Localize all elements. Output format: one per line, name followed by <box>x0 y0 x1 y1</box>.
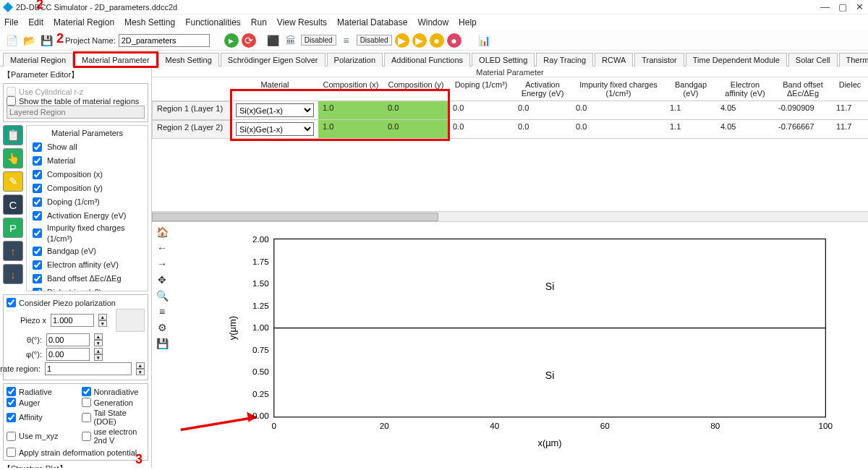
row1-ifc[interactable]: 0.0 <box>571 101 665 120</box>
row2-bg[interactable]: 1.1 <box>665 120 716 139</box>
piezo-x-dn[interactable]: ▾ <box>98 320 107 327</box>
plot-fwd-icon[interactable]: → <box>157 258 167 270</box>
row2-doping[interactable]: 0.0 <box>448 120 514 139</box>
plot-back-icon[interactable]: ← <box>157 242 167 254</box>
param-diex-check[interactable] <box>33 288 42 291</box>
plot-home-icon[interactable]: 🏠 <box>156 226 169 238</box>
sidebtn-hand-icon[interactable]: 👆 <box>3 148 23 168</box>
tab-thermal[interactable]: Thermal <box>839 53 868 67</box>
usemxyz-check[interactable] <box>7 432 16 441</box>
open-icon[interactable]: 📂 <box>22 33 36 48</box>
sub-dn[interactable]: ▾ <box>136 369 145 375</box>
row1-bo[interactable]: -0.090909 <box>774 101 832 120</box>
tail-check[interactable] <box>82 413 91 422</box>
e2ndv-check[interactable] <box>82 432 91 441</box>
project-name-input[interactable] <box>119 34 210 47</box>
theta-up[interactable]: ▴ <box>94 333 103 340</box>
param-doping-check[interactable] <box>33 197 42 207</box>
substrate-input[interactable] <box>45 362 132 375</box>
sidebtn-down-icon[interactable]: ↓ <box>3 264 23 284</box>
plot-save-icon[interactable]: 💾 <box>156 338 169 349</box>
param-compx-check[interactable] <box>33 170 42 179</box>
phi-input[interactable] <box>46 348 90 361</box>
sidebtn-up-icon[interactable]: ↑ <box>3 241 23 261</box>
bank-icon[interactable]: 🏛 <box>284 33 298 48</box>
sidebtn-c-icon[interactable]: C <box>3 195 23 215</box>
play3-icon[interactable]: ● <box>430 33 444 48</box>
row1-compx[interactable]: 1.0 <box>318 101 383 120</box>
tab-ray-tracing[interactable]: Ray Tracing <box>536 53 593 67</box>
piezo-x-up[interactable]: ▴ <box>98 314 107 320</box>
sidebtn-p-icon[interactable]: P <box>3 218 23 238</box>
barchart-icon[interactable]: 📊 <box>477 33 492 48</box>
menu-material-region[interactable]: Material Region <box>54 17 114 27</box>
run-green-icon[interactable]: ▸ <box>224 33 239 48</box>
param-showall-check[interactable] <box>33 142 42 152</box>
menu-functionalities[interactable]: Functionalities <box>185 17 241 27</box>
new-icon[interactable]: 📄 <box>4 33 19 48</box>
row1-die[interactable]: 11.7 <box>832 101 868 120</box>
list-icon[interactable]: ≡ <box>339 33 354 48</box>
affinity-check[interactable] <box>7 413 16 422</box>
play4-icon[interactable]: ● <box>447 33 461 48</box>
menu-mesh-setting[interactable]: Mesh Setting <box>124 17 175 27</box>
tab-oled-setting[interactable]: OLED Setting <box>472 53 535 67</box>
row2-compy[interactable]: 0.0 <box>383 120 448 139</box>
menu-help[interactable]: Help <box>459 17 477 27</box>
row2-ae[interactable]: 0.0 <box>514 120 571 139</box>
sub-up[interactable]: ▴ <box>136 362 145 369</box>
menu-run[interactable]: Run <box>251 17 267 27</box>
play2-icon[interactable]: ▶ <box>412 33 427 48</box>
radiative-check[interactable] <box>7 387 16 396</box>
param-bo-check[interactable] <box>33 274 42 283</box>
tab-polarization[interactable]: Polarization <box>327 53 383 67</box>
piezo-checkbox[interactable] <box>7 298 16 307</box>
param-bandgap-check[interactable] <box>33 247 42 256</box>
row1-bg[interactable]: 1.1 <box>665 101 716 120</box>
strain-check[interactable] <box>7 448 16 457</box>
tab-time-dependent[interactable]: Time Dependent Module <box>686 53 787 67</box>
save-icon[interactable]: 💾 <box>39 33 54 48</box>
plot-sliders-icon[interactable]: ⚙ <box>158 322 167 333</box>
column-icon[interactable]: ⬛ <box>266 33 281 48</box>
disabled-box-1[interactable]: Disabled <box>301 35 336 46</box>
plot-config-icon[interactable]: ≡ <box>159 306 165 317</box>
row2-bo[interactable]: -0.766667 <box>774 120 832 139</box>
row2-material-select[interactable]: Si(x)Ge(1-x) <box>236 122 314 136</box>
sidebtn-copy-icon[interactable]: 📋 <box>3 125 23 145</box>
menu-file[interactable]: File <box>4 17 18 27</box>
param-ifc-check[interactable] <box>33 228 42 238</box>
row2-ifc[interactable]: 0.0 <box>571 120 665 139</box>
auger-check[interactable] <box>7 398 16 407</box>
tab-schrodinger[interactable]: Schrödinger Eigen Solver <box>221 53 326 67</box>
menu-view-results[interactable]: View Results <box>277 17 327 27</box>
show-table-checkbox[interactable] <box>7 96 16 106</box>
phi-dn[interactable]: ▾ <box>94 354 103 361</box>
tab-transistor[interactable]: Transistor <box>634 53 684 67</box>
param-compy-check[interactable] <box>33 184 42 193</box>
minimize-button[interactable]: — <box>820 1 830 12</box>
piezo-x-input[interactable] <box>51 314 94 327</box>
refresh-red-icon[interactable]: ⟳ <box>242 33 256 48</box>
row1-ea[interactable]: 4.05 <box>716 101 774 120</box>
theta-input[interactable] <box>46 333 90 346</box>
row1-ae[interactable]: 0.0 <box>514 101 571 120</box>
tab-rcwa[interactable]: RCWA <box>595 53 633 67</box>
nonrad-check[interactable] <box>82 387 91 396</box>
sidebtn-edit-icon[interactable]: ✎ <box>3 171 23 192</box>
plot-zoom-icon[interactable]: 🔍 <box>156 290 169 302</box>
tab-mesh-setting[interactable]: Mesh Setting <box>158 53 219 67</box>
param-ea-check[interactable] <box>33 260 42 270</box>
row1-compy[interactable]: 0.0 <box>383 101 448 120</box>
maximize-button[interactable]: ▢ <box>838 1 847 12</box>
phi-up[interactable]: ▴ <box>94 348 103 354</box>
grid-hscroll[interactable] <box>152 211 868 221</box>
menu-window[interactable]: Window <box>417 17 448 27</box>
theta-dn[interactable]: ▾ <box>94 340 103 346</box>
disabled-box-2[interactable]: Disabled <box>357 35 392 46</box>
tab-material-region[interactable]: Material Region <box>3 53 73 67</box>
row1-doping[interactable]: 0.0 <box>448 101 514 120</box>
row2-die[interactable]: 11.7 <box>832 120 868 139</box>
row2-compx[interactable]: 1.0 <box>318 120 383 139</box>
tab-additional-functions[interactable]: Additional Functions <box>384 53 470 67</box>
